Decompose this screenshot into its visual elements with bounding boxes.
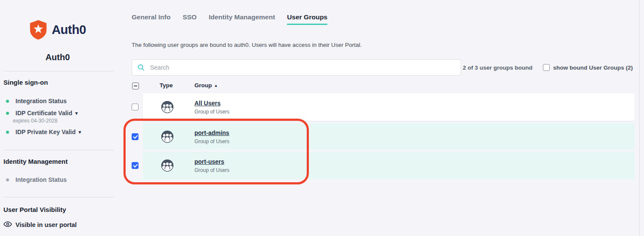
select-all-checkbox[interactable]: [132, 83, 139, 89]
search-toolbar: 2 of 3 user groups bound show bound User…: [132, 59, 635, 76]
user-group-avatar-icon: [161, 159, 174, 172]
status-dot-green-icon: [6, 100, 9, 103]
tab-identity-management[interactable]: Identity Management: [209, 13, 275, 25]
sidebar-item-idp-certificate[interactable]: IDP Certificate Valid ▾: [3, 110, 78, 116]
row-checkbox-cell: [132, 152, 143, 179]
show-bound-label[interactable]: show bound User Groups (2): [553, 64, 633, 71]
sidebar-item-label: IDP Private Key Valid: [15, 129, 76, 135]
user-group-avatar-icon: [161, 101, 174, 113]
table-row: All Users Group of Users: [132, 93, 635, 121]
sidebar-item-idp-private-key[interactable]: IDP Private Key Valid ▾: [3, 129, 81, 135]
sidebar-item-integration-status: Integration Status: [3, 98, 67, 104]
search-field-wrap: [132, 59, 461, 76]
sidebar-item-label: Integration Status: [15, 176, 67, 183]
chevron-down-icon[interactable]: ▾: [79, 130, 81, 135]
row-card: port-users Group of Users: [143, 152, 635, 179]
status-dot-green-icon: [6, 112, 9, 115]
group-type-label: Group of Users: [194, 138, 229, 144]
divider: [3, 150, 114, 150]
chevron-down-icon[interactable]: ▾: [75, 111, 78, 116]
column-header-group-label: Group: [194, 82, 212, 89]
group-type-label: Group of Users: [194, 109, 229, 115]
bound-count-text: 2 of 3 user groups bound: [463, 64, 533, 71]
sidebar-item-label: IDP Certificate Valid: [15, 110, 72, 116]
tab-sso[interactable]: SSO: [182, 13, 197, 25]
column-header-group[interactable]: Group▲: [194, 82, 218, 89]
row-card: All Users Group of Users: [143, 93, 635, 121]
row-checkbox[interactable]: [132, 133, 139, 140]
logo-wordmark: Auth0: [52, 23, 86, 37]
row-checkbox-cell: [132, 93, 143, 121]
section-heading-identity-management: Identity Management: [3, 158, 68, 165]
table-row: port-admins Group of Users: [132, 123, 635, 150]
right-edge-divider: [639, 0, 640, 236]
status-dot-gray-icon: [6, 178, 9, 181]
visibility-label: Visible in user portal: [15, 221, 77, 228]
visible-in-user-portal-status: Visible in user portal: [3, 221, 77, 228]
divider: [3, 71, 114, 71]
tab-bar: General Info SSO Identity Management Use…: [132, 13, 327, 25]
sort-ascending-icon: ▲: [214, 83, 218, 88]
group-cell: port-users Group of Users: [194, 158, 229, 173]
group-name-link[interactable]: port-admins: [194, 129, 229, 136]
group-cell: port-admins Group of Users: [194, 129, 229, 144]
integration-title: Auth0: [0, 52, 115, 62]
section-heading-sso: Single sign-on: [3, 79, 48, 86]
group-name-link[interactable]: port-users: [194, 158, 224, 165]
group-type-label: Group of Users: [194, 167, 229, 173]
app-logo: Auth0: [0, 20, 115, 40]
eye-icon: [3, 221, 12, 228]
section-heading-user-portal-visibility: User Portal Visibility: [3, 206, 66, 213]
row-checkbox[interactable]: [132, 162, 139, 169]
group-name-link[interactable]: All Users: [194, 100, 221, 107]
sidebar-item-label: Integration Status: [15, 98, 67, 104]
table-header: Type Group▲: [132, 80, 635, 92]
row-card: port-admins Group of Users: [143, 123, 635, 150]
sidebar-item-im-integration-status: Integration Status: [3, 176, 67, 183]
tab-user-groups[interactable]: User Groups: [287, 13, 327, 25]
tab-general-info[interactable]: General Info: [132, 13, 170, 25]
main-content: General Info SSO Identity Management Use…: [132, 0, 635, 236]
page-description: The following user groups are bound to a…: [132, 42, 362, 48]
divider: [3, 197, 114, 197]
auth0-shield-icon: [29, 20, 47, 40]
row-checkbox[interactable]: [132, 104, 139, 110]
table-row: port-users Group of Users: [132, 152, 635, 179]
sidebar: Auth0 Auth0 Single sign-on Integration S…: [0, 0, 115, 236]
column-header-type: Type: [160, 82, 173, 89]
certificate-expiry-note: expires 04-30-2028: [13, 118, 57, 124]
show-bound-checkbox[interactable]: [543, 64, 550, 71]
user-groups-table: All Users Group of Users: [132, 93, 635, 179]
row-checkbox-cell: [132, 123, 143, 150]
user-group-avatar-icon: [161, 130, 174, 143]
group-cell: All Users Group of Users: [194, 99, 229, 115]
status-dot-green-icon: [6, 131, 9, 134]
bound-controls: 2 of 3 user groups bound show bound User…: [463, 59, 633, 76]
search-input[interactable]: [132, 59, 461, 76]
